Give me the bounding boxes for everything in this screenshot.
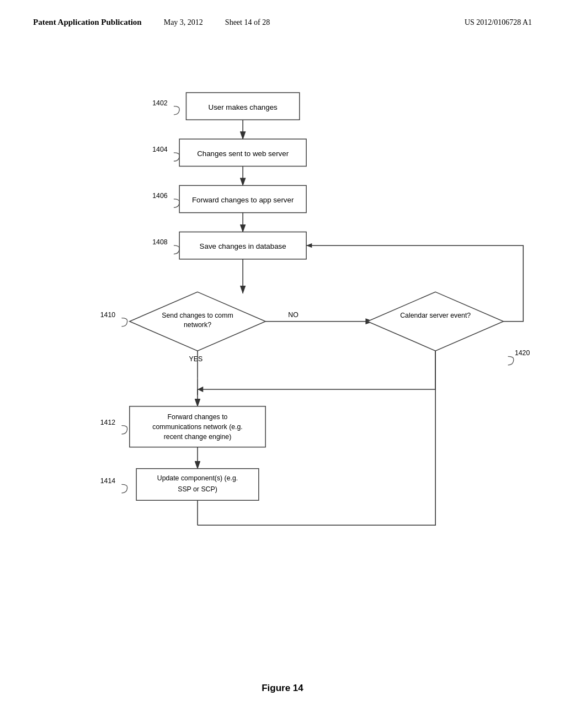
node-1408-label: Save changes in database	[200, 242, 286, 250]
brace-1404	[174, 153, 179, 161]
node-1412-label-line2: communications network (e.g.	[152, 423, 243, 431]
node-1410-label-line1: Send changes to comm	[162, 312, 233, 319]
label-1408: 1408	[152, 238, 168, 246]
publication-date: May 3, 2012	[164, 18, 203, 27]
brace-1406	[174, 199, 179, 207]
brace-1420	[508, 356, 514, 365]
brace-1410	[121, 318, 127, 326]
node-1420-label-line1: Calendar server event?	[400, 312, 471, 319]
patent-title: Patent Application Publication	[33, 18, 142, 27]
no-label: NO	[288, 311, 298, 319]
label-1410: 1410	[100, 311, 116, 319]
brace-1408	[174, 245, 179, 254]
label-1406: 1406	[152, 192, 168, 200]
brace-1414	[121, 484, 127, 493]
flowchart-diagram: User makes changes 1402 Changes sent to …	[28, 72, 537, 667]
label-1412: 1412	[100, 419, 116, 426]
node-1414	[136, 469, 259, 500]
brace-1402	[174, 106, 179, 115]
node-1414-label-line2: SSP or SCP)	[178, 485, 217, 493]
yes-label: YES	[189, 355, 203, 363]
node-1404-label: Changes sent to web server	[197, 149, 289, 158]
label-1402: 1402	[152, 99, 168, 107]
node-1406-label: Forward changes to app server	[192, 196, 294, 204]
patent-number: US 2012/0106728 A1	[465, 18, 532, 27]
brace-1412	[121, 426, 127, 434]
node-1402-label: User makes changes	[209, 103, 278, 111]
node-1420	[367, 292, 503, 351]
node-1412-label-line1: Forward changes to	[168, 413, 228, 421]
arrow-1420-yes	[198, 351, 435, 389]
node-1414-label-line1: Update component(s) (e.g.	[157, 474, 238, 482]
sheet-info: Sheet 14 of 28	[225, 18, 270, 27]
label-1414: 1414	[100, 477, 116, 485]
label-1404: 1404	[152, 146, 168, 153]
label-1420: 1420	[515, 349, 530, 357]
node-1412-label-line3: recent change engine)	[164, 433, 232, 441]
node-1410-label-line2: network?	[184, 321, 211, 329]
figure-caption: Figure 14	[0, 683, 565, 694]
loop-back-arrow	[306, 243, 312, 248]
arrow-1420-yes-head	[198, 387, 203, 392]
page-header: Patent Application Publication May 3, 20…	[0, 0, 565, 27]
